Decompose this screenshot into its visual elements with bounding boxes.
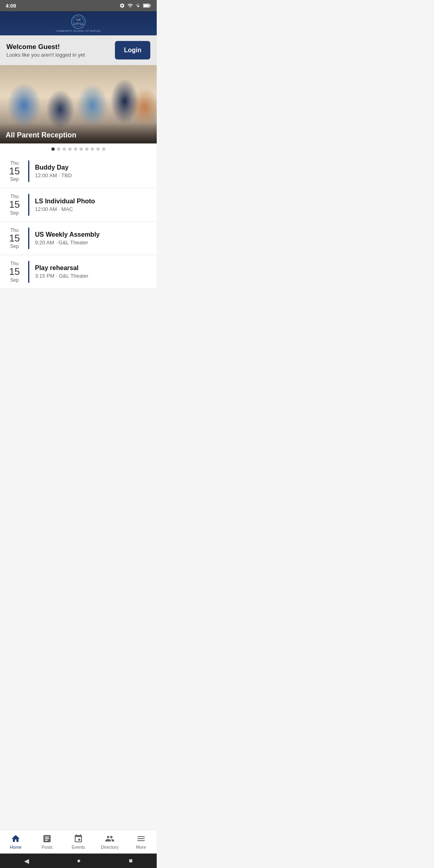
welcome-title: Welcome Guest!	[6, 43, 85, 51]
event-item[interactable]: Thu 15 Sep LS Individual Photo 12:00 AM …	[0, 188, 157, 221]
svg-rect-2	[150, 5, 151, 6]
event-day-name: Thu	[10, 261, 19, 266]
signal-icon	[135, 3, 141, 8]
dot-9[interactable]	[96, 147, 100, 151]
event-day-name: Thu	[10, 227, 19, 233]
app-header: CSN COMMUNITY SCHOOL OF NAPLES Community…	[0, 11, 157, 35]
svg-text:CSN: CSN	[76, 18, 81, 21]
dot-3[interactable]	[63, 147, 66, 151]
carousel-title: All Parent Reception	[6, 131, 151, 139]
dot-10[interactable]	[102, 147, 105, 151]
event-name: Play rehearsal	[35, 264, 150, 272]
dot-4[interactable]	[68, 147, 72, 151]
event-details: 12:00 AM · TBD	[35, 172, 150, 178]
event-day-num: 15	[9, 199, 20, 210]
event-info: Play rehearsal 3:15 PM · G&L Theater	[35, 261, 150, 283]
event-details: 12:00 AM · MAC	[35, 206, 150, 212]
battery-icon	[143, 3, 151, 8]
welcome-text: Welcome Guest! Looks like you aren't log…	[6, 43, 85, 58]
event-name: US Weekly Assembly	[35, 231, 150, 238]
event-details: 3:15 PM · G&L Theater	[35, 273, 150, 279]
gear-icon	[119, 3, 125, 8]
school-logo: CSN COMMUNITY SCHOOL OF NAPLES Community…	[56, 14, 101, 32]
event-name: Buddy Day	[35, 164, 150, 171]
carousel-overlay: All Parent Reception	[0, 123, 157, 143]
event-date: Thu 15 Sep	[6, 194, 23, 215]
event-item[interactable]: Thu 15 Sep Buddy Day 12:00 AM · TBD	[0, 155, 157, 188]
event-divider	[28, 194, 29, 215]
logo-icon: CSN COMMUNITY SCHOOL OF NAPLES	[73, 16, 84, 27]
status-bar: 4:09	[0, 0, 157, 11]
event-divider	[28, 261, 29, 283]
dot-8[interactable]	[91, 147, 94, 151]
carousel-dots	[0, 143, 157, 155]
carousel-image: All Parent Reception	[0, 65, 157, 143]
dot-2[interactable]	[57, 147, 60, 151]
event-info: Buddy Day 12:00 AM · TBD	[35, 160, 150, 182]
event-divider	[28, 227, 29, 249]
event-divider	[28, 160, 29, 182]
dot-1[interactable]	[51, 147, 55, 151]
event-details: 9:20 AM · G&L Theater	[35, 240, 150, 246]
event-name: LS Individual Photo	[35, 198, 150, 205]
event-day-name: Thu	[10, 160, 19, 166]
event-date: Thu 15 Sep	[6, 160, 23, 182]
event-day-num: 15	[9, 266, 20, 277]
event-info: LS Individual Photo 12:00 AM · MAC	[35, 194, 150, 215]
svg-rect-1	[143, 4, 149, 7]
event-item[interactable]: Thu 15 Sep US Weekly Assembly 9:20 AM · …	[0, 222, 157, 255]
welcome-banner: Welcome Guest! Looks like you aren't log…	[0, 35, 157, 65]
logo-text: Community School of Naples	[56, 30, 101, 32]
event-month: Sep	[10, 244, 18, 249]
event-day-name: Thu	[10, 194, 19, 199]
event-date: Thu 15 Sep	[6, 227, 23, 249]
wifi-icon	[127, 3, 133, 8]
event-month: Sep	[10, 277, 18, 283]
dot-6[interactable]	[80, 147, 83, 151]
dot-7[interactable]	[85, 147, 88, 151]
welcome-subtitle: Looks like you aren't logged in yet	[6, 52, 85, 58]
event-info: US Weekly Assembly 9:20 AM · G&L Theater	[35, 227, 150, 249]
dot-5[interactable]	[74, 147, 77, 151]
svg-text:SCHOOL OF NAPLES: SCHOOL OF NAPLES	[73, 24, 84, 25]
login-button[interactable]: Login	[115, 41, 150, 59]
events-list: Thu 15 Sep Buddy Day 12:00 AM · TBD Thu …	[0, 155, 157, 289]
status-time: 4:09	[6, 3, 16, 9]
event-month: Sep	[10, 210, 18, 216]
event-day-num: 15	[9, 166, 20, 176]
photo-carousel[interactable]: All Parent Reception	[0, 65, 157, 143]
event-item[interactable]: Thu 15 Sep Play rehearsal 3:15 PM · G&L …	[0, 255, 157, 289]
event-month: Sep	[10, 176, 18, 182]
status-icons	[119, 3, 151, 8]
logo-circle: CSN COMMUNITY SCHOOL OF NAPLES	[71, 14, 86, 29]
event-day-num: 15	[9, 233, 20, 244]
event-date: Thu 15 Sep	[6, 261, 23, 283]
